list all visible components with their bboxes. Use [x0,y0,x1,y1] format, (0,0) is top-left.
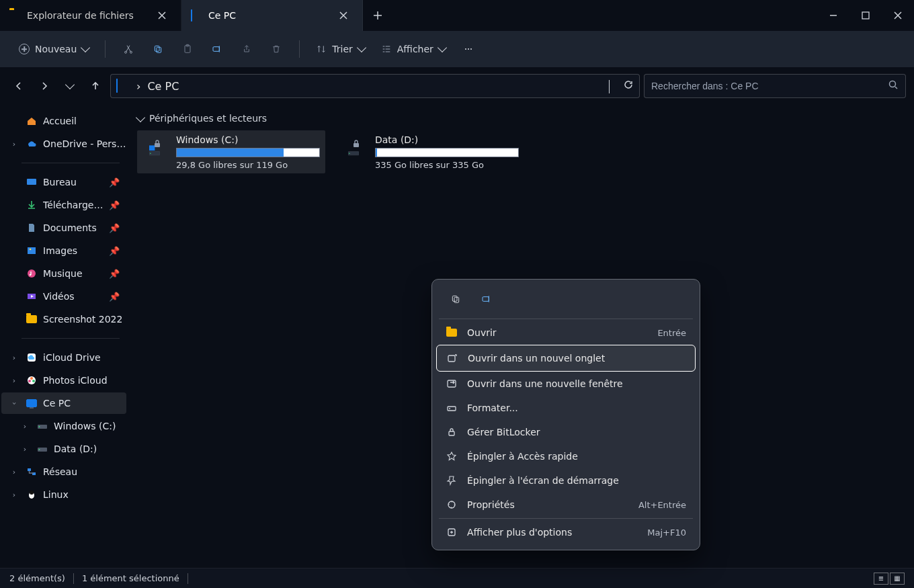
svg-point-1 [125,51,127,53]
drive-item-data-d[interactable]: Data (D:) 335 Go libres sur 335 Go [336,130,524,173]
expander-icon[interactable]: › [8,376,20,385]
ctx-item-open-new-window[interactable]: Ouvrir dans une nouvelle fenêtre [436,372,696,396]
search-input[interactable] [651,81,881,91]
expander-icon[interactable]: › [19,422,31,431]
sidebar-item-network[interactable]: › Réseau [1,461,126,482]
new-tab-button[interactable] [363,0,392,31]
new-button[interactable]: Nouveau [12,37,95,61]
address-dropdown-button[interactable] [609,80,610,93]
view-button[interactable]: Afficher [374,37,452,61]
tab-label: Ce PC [208,10,327,21]
cut-button[interactable] [115,37,142,61]
sidebar-item-label: Photos iCloud [43,375,126,386]
sidebar-item-home[interactable]: Accueil [1,110,126,132]
ctx-item-label: Ouvrir dans une nouvelle fenêtre [467,378,686,389]
rename-button[interactable] [204,37,231,61]
sort-button[interactable]: Trier [309,37,372,61]
ctx-item-pin-start[interactable]: Épingler à l'écran de démarrage [436,468,696,493]
sidebar-item-linux[interactable]: › Linux [1,484,126,505]
svg-rect-45 [449,431,454,435]
ctx-item-label: Ouvrir [467,327,648,338]
svg-rect-40 [483,297,489,302]
sidebar-item-this-pc[interactable]: › Ce PC [1,392,126,414]
forward-button[interactable] [34,75,55,97]
history-button[interactable] [59,75,81,97]
sidebar-item-documents[interactable]: Documents 📌 [1,217,126,239]
view-details-button[interactable]: ≣ [874,573,888,585]
drive-item-windows-c[interactable]: Windows (C:) 29,8 Go libres sur 119 Go [137,130,325,173]
breadcrumb-location[interactable]: Ce PC [147,80,179,93]
sidebar-item-images[interactable]: Images 📌 [1,240,126,261]
refresh-button[interactable] [623,79,634,93]
expander-icon[interactable]: › [19,445,31,454]
paste-button[interactable] [174,37,201,61]
sidebar-item-videos[interactable]: Vidéos 📌 [1,286,126,307]
space-bar [375,148,519,157]
more-button[interactable] [455,37,482,61]
pin-icon: 📌 [109,269,120,279]
sidebar-item-music[interactable]: Musique 📌 [1,263,126,284]
copy-button[interactable] [444,288,467,310]
delete-button[interactable] [263,37,290,61]
view-icon [381,44,392,54]
properties-icon [446,499,458,511]
sidebar-item-onedrive[interactable]: › OneDrive - Persona [1,133,126,155]
chevron-down-icon [357,43,366,52]
rename-button[interactable] [475,288,498,310]
minimize-button[interactable] [817,0,849,31]
svg-point-15 [28,269,36,278]
sidebar-item-downloads[interactable]: Téléchargements 📌 [1,194,126,216]
drive-icon [339,137,368,167]
context-menu: Ouvrir Entrée Ouvrir dans un nouvel ongl… [431,279,700,550]
ctx-item-bitlocker[interactable]: Gérer BitLocker [436,420,696,444]
ctx-item-open[interactable]: Ouvrir Entrée [436,321,696,345]
ctx-item-pin-quick-access[interactable]: Épingler à Accès rapide [436,444,696,468]
close-tab-button[interactable] [334,6,353,25]
address-bar[interactable]: › Ce PC [110,74,640,98]
sidebar-item-data-d[interactable]: › Data (D:) [1,438,126,460]
ctx-item-label: Épingler à l'écran de démarrage [467,475,686,486]
ctx-item-show-more[interactable]: Afficher plus d'options Maj+F10 [436,520,696,544]
drive-icon [446,402,458,414]
video-icon [26,290,38,302]
sidebar-item-label: Musique [43,268,103,279]
expander-icon[interactable]: › [10,397,19,409]
pin-icon: 📌 [109,292,120,302]
view-tiles-button[interactable]: ▦ [890,573,905,585]
svg-rect-42 [448,380,456,387]
up-button[interactable] [85,75,106,97]
drive-name: Windows (C:) [176,134,320,145]
sidebar-item-icloud-drive[interactable]: › iCloud Drive [1,347,126,368]
ctx-item-format[interactable]: Formater... [436,396,696,420]
linux-icon [26,489,38,501]
expander-icon[interactable]: › [8,491,20,499]
sidebar-item-label: Documents [43,222,103,233]
sidebar-item-label: Vidéos [43,291,103,302]
ctx-item-open-new-tab[interactable]: Ouvrir dans un nouvel onglet [436,345,696,372]
share-button[interactable] [233,37,260,61]
sidebar-item-screenshot-folder[interactable]: Screenshot 2022 [1,308,126,330]
sidebar-item-desktop[interactable]: Bureau 📌 [1,171,126,193]
sidebar-item-photos-icloud[interactable]: › Photos iCloud [1,370,126,391]
expander-icon[interactable]: › [8,140,20,149]
expander-icon[interactable]: › [8,468,20,476]
search-box[interactable] [644,74,906,98]
close-window-button[interactable] [882,0,914,31]
group-header[interactable]: Périphériques et lecteurs [137,113,905,124]
maximize-button[interactable] [849,0,882,31]
svg-point-16 [30,274,32,276]
ctx-item-properties[interactable]: Propriétés Alt+Entrée [436,493,696,517]
back-button[interactable] [8,75,30,97]
sidebar-item-windows-c[interactable]: › Windows (C:) [1,415,126,437]
close-tab-button[interactable] [153,6,171,25]
expander-icon[interactable]: › [8,353,20,362]
tab-this-pc[interactable]: Ce PC [181,0,363,31]
copy-button[interactable] [144,37,171,61]
this-pc-icon [116,79,130,93]
drive-info: Data (D:) 335 Go libres sur 335 Go [375,134,519,170]
svg-point-9 [468,48,469,50]
tab-explorer[interactable]: Explorateur de fichiers [0,0,181,31]
sidebar: Accueil › OneDrive - Persona Bureau 📌 Té… [0,105,128,568]
sort-icon [316,44,327,54]
lock-icon [446,426,458,438]
